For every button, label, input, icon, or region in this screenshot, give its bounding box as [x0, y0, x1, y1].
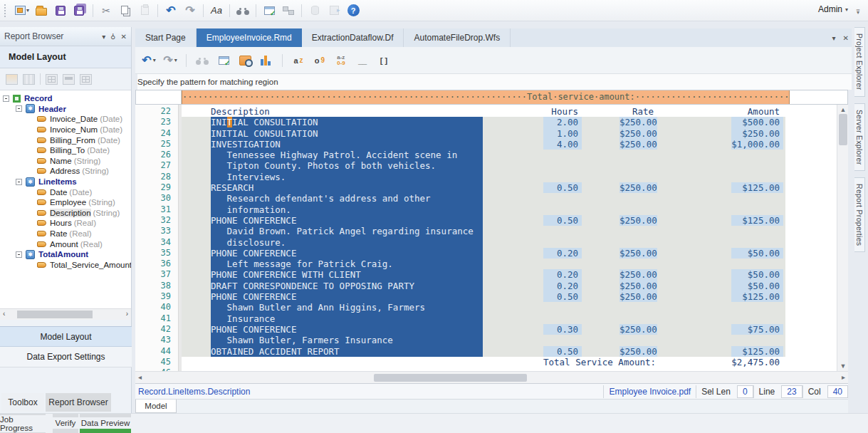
tree-hscrollbar[interactable]: ‹ ›: [0, 308, 131, 320]
scroll-right-icon[interactable]: ›: [126, 310, 128, 318]
doc-row-34[interactable]: disclosure.: [182, 237, 837, 248]
tab-server-explorer[interactable]: Server Explorer: [854, 103, 865, 171]
tab-list-button[interactable]: ▾: [832, 34, 836, 42]
doc-row-43[interactable]: Shawn Butler, Farmers Insurance: [182, 335, 837, 345]
options-button[interactable]: [261, 2, 278, 19]
tree-item-header[interactable]: Header: [0, 104, 131, 115]
add-region-icon[interactable]: [6, 74, 18, 85]
doc-row-44[interactable]: OBTAINED ACCIDENT REPORT0.50$250.00$125.…: [182, 346, 837, 357]
match-letters-button[interactable]: az: [291, 51, 306, 70]
doc-row-40[interactable]: Shawn Butler and Ann Higgins, Farmers: [182, 302, 837, 313]
doc-row-35[interactable]: PHONE CONFERENCE0.20$250.00$50.00: [182, 248, 837, 259]
doc-row-39[interactable]: PHONE CONFERENCE0.50$250.00$125.00: [182, 291, 837, 302]
tree-item-rate[interactable]: Rate(Real): [0, 229, 131, 239]
tab-report-properties[interactable]: Report Properties: [854, 177, 865, 252]
new-report-button[interactable]: ▾: [14, 2, 31, 19]
tab-verify[interactable]: Verify: [53, 414, 78, 433]
export-csv-icon[interactable]: [63, 74, 75, 85]
scroll-up-icon[interactable]: ▲: [837, 106, 849, 113]
close-document-button[interactable]: ✕: [843, 34, 849, 42]
copy-button[interactable]: [117, 2, 134, 19]
doc-row-42[interactable]: PHONE CONFERENCE0.30$250.00$75.00: [182, 324, 837, 335]
pin-icon[interactable]: ⚲: [110, 33, 115, 41]
toolbar-grip[interactable]: [4, 4, 8, 17]
tree-item-billing_to[interactable]: Billing_To(Date): [0, 145, 131, 156]
tab-report-browser[interactable]: Report Browser: [46, 393, 111, 412]
section-data-export-settings[interactable]: Data Export Settings: [0, 347, 132, 367]
doc-row-31[interactable]: information.: [182, 204, 837, 215]
scroll-right-icon[interactable]: ▸: [842, 373, 845, 381]
match-alnum-button[interactable]: a-z0-9: [333, 51, 349, 70]
document-text[interactable]: DescriptionHoursRateAmountINITIAL CONSUL…: [182, 105, 837, 371]
tree-item-invoice_date[interactable]: Invoice_Date(Date): [0, 114, 131, 125]
expander-icon[interactable]: [16, 251, 22, 258]
section-model-layout[interactable]: Model Layout: [0, 326, 132, 347]
expander-icon[interactable]: [16, 179, 22, 185]
document-view[interactable]: 2223242526272829303132333435363738394041…: [135, 105, 837, 371]
tab-toolbox[interactable]: Toolbox: [1, 393, 44, 412]
undo-button[interactable]: ↶▾: [141, 51, 157, 70]
tab-job-progress[interactable]: Job Progress: [0, 414, 46, 433]
tree-item-description[interactable]: Description(String): [0, 208, 131, 219]
horizontal-scrollbar[interactable]: ◂ ▸: [135, 371, 848, 383]
save-all-button[interactable]: [71, 2, 88, 19]
scroll-left-icon[interactable]: ‹: [3, 310, 5, 318]
font-button[interactable]: Aa: [208, 2, 225, 19]
doc-row-29[interactable]: RESEARCH0.50$250.00$125.00: [182, 182, 837, 193]
redo-button[interactable]: ↷: [182, 2, 199, 19]
doc-row-36[interactable]: Left message for Patrick Craig.: [182, 259, 837, 269]
save-button[interactable]: [52, 2, 69, 19]
match-numbers-button[interactable]: o9: [312, 51, 328, 70]
export-excel-icon[interactable]: [46, 74, 58, 85]
tree-item-total_service_amount[interactable]: Total_Service_Amount: [0, 260, 131, 271]
tab-project-explorer[interactable]: Project Explorer: [854, 27, 865, 97]
pattern-search-button[interactable]: [237, 51, 253, 70]
tree-item-invoice_num[interactable]: Invoice_Num(Date): [0, 125, 131, 135]
pattern-region[interactable]: ········································…: [182, 90, 790, 104]
statistics-button[interactable]: [258, 51, 274, 70]
doc-row-38[interactable]: DRAFT CORRESPONDENCE TO OPPOSING PARTY0.…: [182, 281, 837, 291]
tree-item-name[interactable]: Name(String): [0, 156, 131, 167]
tab-model[interactable]: Model: [135, 400, 177, 413]
paste-button[interactable]: [136, 2, 153, 19]
vertical-scrollbar[interactable]: ▲ ▼: [837, 105, 848, 371]
open-file-button[interactable]: [33, 2, 50, 19]
scroll-thumb[interactable]: [17, 311, 93, 318]
tab-extractiondataflow-df[interactable]: ExtractionDataflow.Df: [302, 28, 404, 47]
expander-icon[interactable]: [3, 95, 9, 102]
tab-start-page[interactable]: Start Page: [135, 28, 197, 47]
match-space-button[interactable]: __: [355, 51, 370, 70]
tree-item-hours[interactable]: Hours(Real): [0, 218, 131, 229]
find-button[interactable]: [194, 51, 210, 70]
tree-item-date[interactable]: Date(Date): [0, 187, 131, 197]
grid-options-icon[interactable]: [23, 74, 35, 85]
help-button[interactable]: ?: [345, 2, 362, 19]
doc-row-37[interactable]: PHONE CONFERENCE WITH CLIENT0.20$250.00$…: [182, 269, 837, 280]
pattern-input[interactable]: [136, 90, 182, 104]
tab-automatefiledrop-wfs[interactable]: AutomateFileDrop.Wfs: [404, 28, 511, 47]
tree-item-record[interactable]: Record: [0, 93, 131, 104]
doc-row-32[interactable]: PHONE CONFERENCE0.50$250.00$125.00: [182, 215, 837, 226]
scroll-down-icon[interactable]: ▼: [837, 362, 849, 370]
tree-item-billing_from[interactable]: Billing_From(Date): [0, 135, 131, 145]
doc-row-28[interactable]: Interviews.: [182, 172, 837, 182]
expander-icon[interactable]: [16, 105, 22, 112]
doc-row-33[interactable]: David Brown. Patrick Angel regarding ins…: [182, 226, 837, 236]
panel-menu-button[interactable]: ▾: [102, 33, 105, 41]
tree-item-amount[interactable]: Amount(Real): [0, 239, 131, 249]
doc-row-30[interactable]: Research defendant's address and other: [182, 193, 837, 204]
auto-parse-button[interactable]: [216, 51, 231, 70]
doc-row-45[interactable]: Total Service Amount:$2,475.00: [182, 357, 837, 367]
match-brackets-button[interactable]: [ ]: [376, 51, 392, 70]
scroll-thumb[interactable]: [374, 374, 527, 382]
export-db-button[interactable]: [306, 2, 323, 19]
dataflow-button[interactable]: [280, 2, 297, 19]
close-icon[interactable]: ✕: [121, 33, 127, 41]
doc-row-27[interactable]: Tipton County. Photos of both vehicles.: [182, 160, 837, 171]
tree-item-totalamount[interactable]: TotalAmount: [0, 249, 131, 260]
user-menu[interactable]: Admin▾: [818, 4, 848, 14]
tree-item-employee[interactable]: Employee(String): [0, 197, 131, 208]
doc-row-41[interactable]: Insurance: [182, 313, 837, 324]
doc-row-24[interactable]: INITIAL CONSULTATION1.00$250.00$250.00: [182, 128, 837, 139]
doc-row-23[interactable]: INITIAL CONSULTATION2.00$250.00$500.00: [182, 117, 837, 127]
